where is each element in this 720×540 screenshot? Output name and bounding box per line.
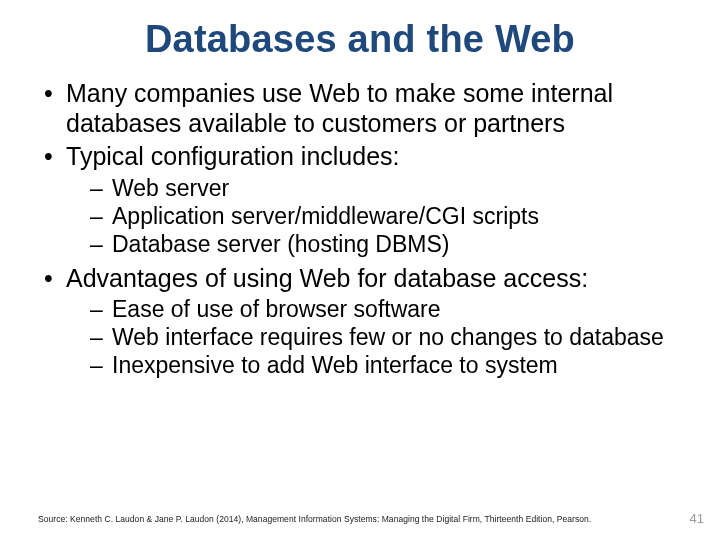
slide-title: Databases and the Web bbox=[38, 18, 682, 61]
bullet-text: Advantages of using Web for database acc… bbox=[66, 264, 588, 292]
bullet-item: Advantages of using Web for database acc… bbox=[38, 264, 682, 380]
sub-bullet-text: Web server bbox=[112, 175, 229, 201]
bullet-list: Many companies use Web to make some inte… bbox=[38, 79, 682, 379]
sub-bullet-text: Application server/middleware/CGI script… bbox=[112, 203, 539, 229]
source-citation: Source: Kenneth C. Laudon & Jane P. Laud… bbox=[38, 514, 591, 524]
sub-bullet-text: Database server (hosting DBMS) bbox=[112, 231, 449, 257]
sub-bullet-item: Ease of use of browser software bbox=[66, 295, 682, 323]
sub-bullet-item: Inexpensive to add Web interface to syst… bbox=[66, 351, 682, 379]
sub-bullet-list: Ease of use of browser software Web inte… bbox=[66, 295, 682, 379]
bullet-item: Many companies use Web to make some inte… bbox=[38, 79, 682, 138]
page-number: 41 bbox=[690, 511, 704, 526]
bullet-text: Many companies use Web to make some inte… bbox=[66, 79, 613, 137]
slide: Databases and the Web Many companies use… bbox=[0, 0, 720, 540]
sub-bullet-item: Application server/middleware/CGI script… bbox=[66, 202, 682, 230]
sub-bullet-text: Inexpensive to add Web interface to syst… bbox=[112, 352, 558, 378]
bullet-item: Typical configuration includes: Web serv… bbox=[38, 142, 682, 258]
sub-bullet-item: Web server bbox=[66, 174, 682, 202]
sub-bullet-text: Web interface requires few or no changes… bbox=[112, 324, 664, 350]
sub-bullet-text: Ease of use of browser software bbox=[112, 296, 441, 322]
sub-bullet-item: Database server (hosting DBMS) bbox=[66, 230, 682, 258]
sub-bullet-list: Web server Application server/middleware… bbox=[66, 174, 682, 258]
sub-bullet-item: Web interface requires few or no changes… bbox=[66, 323, 682, 351]
bullet-text: Typical configuration includes: bbox=[66, 142, 400, 170]
